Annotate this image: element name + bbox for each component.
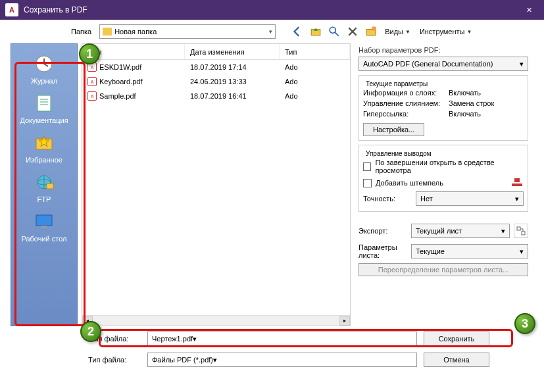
chevron-down-icon: ▾ (193, 335, 197, 343)
up-folder-button[interactable] (309, 24, 323, 39)
annotation-callout-2: 2 (80, 321, 101, 342)
folder-icon (103, 28, 112, 36)
svg-point-1 (330, 27, 335, 33)
file-list-area: Имя Дата изменения Тип AESKD1W.pdf 18.07… (82, 43, 351, 326)
stamp-icon[interactable] (510, 177, 524, 189)
delete-button[interactable] (345, 24, 360, 39)
close-icon[interactable]: ✕ (520, 3, 539, 17)
svg-line-2 (335, 32, 339, 36)
places-sidebar: Журнал Документация Избранное FTP Рабочи… (11, 43, 78, 326)
file-row[interactable]: AESKD1W.pdf 18.07.2019 17:14 Ado (82, 60, 350, 74)
annotation-callout-3: 3 (514, 313, 535, 334)
folder-label: Папка (71, 28, 91, 36)
filetype-label: Тип файла: (88, 356, 141, 364)
file-row[interactable]: AKeyboard.pdf 24.06.2019 13:33 Ado (82, 74, 350, 89)
back-button[interactable] (290, 24, 305, 39)
export-label: Экспорт: (359, 227, 407, 235)
ftp-icon (34, 172, 55, 193)
chevron-down-icon: ▾ (515, 195, 519, 203)
pdf-settings-panel: Набор параметров PDF: AutoCAD PDF (Gener… (351, 43, 533, 326)
tools-menu[interactable]: Инструменты▼ (417, 28, 475, 36)
precision-dropdown[interactable]: Нет▾ (416, 191, 524, 206)
scroll-right-icon[interactable]: ▸ (339, 316, 350, 326)
svg-rect-17 (514, 178, 520, 182)
desktop-icon (34, 211, 55, 232)
cancel-button[interactable]: Отмена (424, 353, 489, 367)
chevron-down-icon: ▾ (501, 227, 505, 235)
file-list-header: Имя Дата изменения Тип (82, 44, 350, 60)
add-stamp-checkbox[interactable] (363, 179, 372, 187)
output-fieldset: Управление выводом По завершении открыть… (359, 145, 528, 212)
file-row[interactable]: ASample.pdf 18.07.2019 16:41 Ado (82, 89, 350, 103)
folder-dropdown[interactable]: Новая папка ▾ (99, 24, 276, 39)
svg-rect-18 (512, 184, 522, 186)
sidebar-label: Избранное (26, 156, 62, 164)
sheet-params-label: Параметры листа: (359, 243, 407, 259)
chevron-down-icon: ▾ (520, 247, 524, 256)
chevron-down-icon: ▾ (213, 356, 217, 364)
precision-label: Точность: (363, 195, 412, 203)
sidebar-label: Журнал (31, 77, 57, 85)
svg-rect-14 (47, 184, 53, 189)
search-button[interactable] (327, 24, 341, 39)
col-date[interactable]: Дата изменения (185, 44, 280, 59)
new-folder-button[interactable] (364, 24, 378, 39)
filetype-dropdown[interactable]: Файлы PDF (*.pdf)▾ (147, 353, 417, 367)
svg-rect-6 (37, 95, 51, 111)
preset-label: Набор параметров PDF: (359, 46, 528, 54)
col-type[interactable]: Тип (280, 44, 350, 59)
settings-button[interactable]: Настройка... (363, 123, 424, 136)
sheet-params-dropdown[interactable]: Текущие▾ (411, 244, 528, 258)
save-button[interactable]: Сохранить (424, 331, 489, 346)
pdf-icon: A (87, 77, 97, 86)
favorites-icon (34, 132, 55, 153)
annotation-callout-1: 1 (79, 43, 100, 64)
svg-rect-19 (517, 227, 520, 230)
chevron-down-icon: ▾ (269, 28, 272, 35)
window-title: Сохранить в PDF (24, 5, 520, 14)
titlebar: A Сохранить в PDF ✕ (0, 0, 544, 20)
current-params-fieldset: Текущие параметры Информация о слоях:Вкл… (359, 75, 528, 141)
views-menu[interactable]: Виды▼ (382, 28, 413, 36)
history-icon (34, 53, 55, 74)
sidebar-item-history[interactable]: Журнал (11, 51, 77, 87)
svg-point-4 (372, 26, 376, 31)
sidebar-label: Рабочий стол (21, 235, 66, 243)
select-sheets-button[interactable] (514, 224, 528, 238)
svg-rect-16 (41, 226, 47, 228)
sidebar-label: Документация (20, 116, 68, 124)
svg-rect-20 (522, 232, 525, 235)
chevron-down-icon: ▾ (520, 60, 524, 68)
sidebar-item-favorites[interactable]: Избранное (11, 130, 77, 166)
open-after-checkbox[interactable] (363, 162, 371, 171)
open-after-label: По завершении открыть в средстве просмот… (375, 159, 524, 174)
pdf-icon: A (87, 91, 97, 101)
file-list[interactable]: AESKD1W.pdf 18.07.2019 17:14 Ado AKeyboa… (82, 60, 350, 315)
svg-rect-15 (36, 215, 52, 226)
app-icon: A (5, 3, 18, 16)
sidebar-item-documents[interactable]: Документация (11, 90, 77, 127)
sheet-override-button: Переопределение параметров листа... (359, 263, 528, 276)
sidebar-item-desktop[interactable]: Рабочий стол (11, 208, 77, 245)
preset-dropdown[interactable]: AutoCAD PDF (General Documentation) ▾ (359, 57, 528, 71)
export-dropdown[interactable]: Текущий лист▾ (411, 224, 510, 238)
sidebar-item-ftp[interactable]: FTP (11, 169, 77, 206)
add-stamp-label: Добавить штемпель (376, 179, 507, 187)
toolbar: Папка Новая папка ▾ Виды▼ Инструменты▼ (0, 20, 544, 43)
folder-value: Новая папка (114, 28, 269, 36)
documents-icon (34, 93, 55, 114)
sidebar-label: FTP (37, 195, 51, 203)
filename-input[interactable]: Чертеж1.pdf▾ (147, 331, 417, 346)
horizontal-scrollbar[interactable]: ◂ ▸ (82, 315, 350, 326)
